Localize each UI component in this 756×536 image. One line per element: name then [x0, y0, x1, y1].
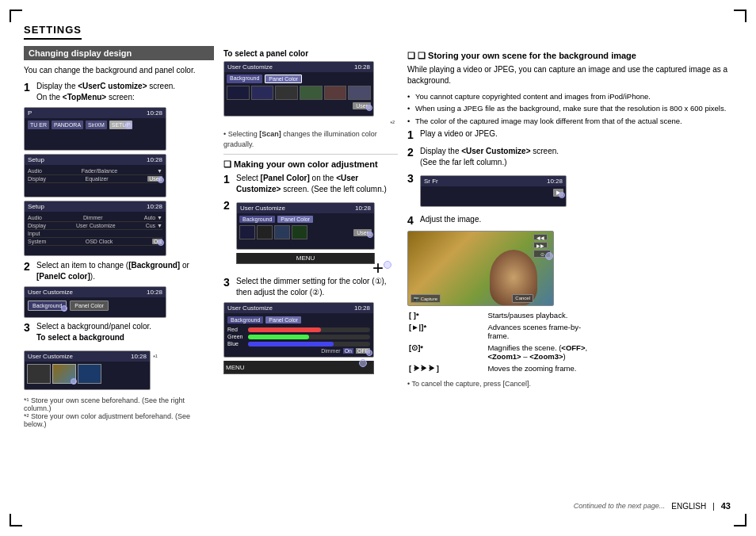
- touch-menu: [384, 261, 391, 269]
- corner-mark-tr: [734, 10, 746, 22]
- photo-btn-1: ◀◀: [533, 234, 548, 240]
- step-1-text: Display the <UserC ustomize> screen.On t…: [36, 81, 214, 103]
- red-slider-row: Red: [227, 327, 370, 332]
- right-step-4-num: 4: [407, 214, 420, 228]
- note-star1: *¹: [153, 354, 158, 361]
- screen-time-2: 10:28: [147, 156, 162, 163]
- cancel-note: • To cancel the capture, press [Cancel].: [407, 379, 732, 389]
- note-star2: *²: [223, 120, 395, 127]
- bullet-1: You cannot capture copyrighted content a…: [407, 91, 732, 101]
- bg-options: [25, 362, 150, 386]
- touch-sl-menu: [359, 359, 367, 367]
- screen-uc-label: User Customize: [28, 289, 73, 296]
- middle-column: To select a panel color User Customize 1…: [223, 46, 398, 374]
- icon-3-symbol: [⊙]*: [409, 343, 486, 362]
- screen-uc-label-2: User Customize: [28, 353, 73, 360]
- screen-header-uc: User Customize 10:28: [25, 287, 166, 297]
- touch-wrap-sl: [364, 362, 372, 372]
- photo-bottom-btns: 📷 Capture Cancel: [410, 294, 533, 303]
- bullet-2: When using a JPEG file as the background…: [407, 103, 732, 113]
- panel-color-heading: To select a panel color: [223, 49, 398, 58]
- screen-header-3: Setup 10:28: [25, 201, 166, 212]
- btn-capture-label: 📷 Capture: [410, 294, 441, 303]
- screen-uc-time-2: 10:28: [131, 353, 147, 360]
- photo-controls: ◀◀ ▶▶ ⊙: [533, 234, 551, 258]
- pc-tabs: Background Panel Color: [227, 75, 371, 83]
- page-number: 43: [721, 501, 731, 511]
- screen-time-3: 10:28: [147, 203, 162, 210]
- color-step-3: 3 Select the dimmer setting for the colo…: [223, 276, 398, 298]
- step3-screen-area: User Customize 10:28 *¹: [24, 347, 214, 393]
- columns: Changing display design You can change t…: [24, 46, 732, 428]
- step-2-num: 2: [24, 260, 36, 274]
- red-label: Red: [227, 327, 245, 332]
- screen-pc-body: Background Panel Color User: [224, 72, 373, 112]
- pc2-cell-3: [274, 225, 290, 239]
- green-slider-row: Green: [227, 334, 370, 339]
- color-step-1-text: Select [Panel Color] on the <User Custom…: [236, 173, 398, 195]
- touch-user2: [367, 232, 373, 238]
- screen-header-sl: User Customize 10:28: [224, 303, 373, 313]
- color-cell-2: [251, 86, 274, 100]
- pc2-color-row: User: [239, 225, 372, 239]
- blue-bar: [248, 342, 370, 346]
- cap-btn: ▶: [553, 189, 563, 197]
- corner-mark-bl: [10, 514, 22, 526]
- step-1-num: 1: [24, 81, 36, 94]
- icon-2-desc: Advances scenes frame-by-frame.: [487, 322, 731, 341]
- icon-2-symbol: [►|]*: [409, 322, 486, 341]
- icon-row-2: [►|]* Advances scenes frame-by-frame.: [409, 322, 731, 341]
- color-step-2-content: User Customize 10:28 Background Panel Co…: [236, 199, 398, 272]
- right-step-2-text: Display the <User Customize> screen.(See…: [420, 146, 732, 168]
- color-step-3-text: Select the dimmer setting for the color …: [236, 276, 398, 298]
- screen-capture-step: Sr Fr 10:28 ▶: [420, 175, 567, 207]
- right-intro: While playing a video or JPEG, you can c…: [407, 64, 732, 86]
- step-3: 3 Select a background/panel color. To se…: [24, 321, 214, 343]
- left-column: Changing display design You can change t…: [24, 46, 214, 428]
- screen-setup-label: Setup: [28, 156, 44, 163]
- screen-body-1: TU ER PANDORA SiriXM SETUP: [25, 118, 166, 132]
- color-step-2: 2 User Customize 10:28 Background Panel …: [223, 199, 398, 272]
- user-btn-row: User: [227, 102, 371, 109]
- menu-label-sl: MENU: [226, 364, 245, 371]
- color-adj-heading: ❑ Making your own color adjustment: [223, 159, 398, 170]
- screen-header-2: Setup 10:28: [25, 155, 166, 165]
- corner-mark-br: [734, 514, 746, 526]
- color-cell-5: [324, 86, 347, 100]
- dimmer-off: OFF: [356, 348, 370, 354]
- bg-option-3: [78, 364, 101, 384]
- step-2-text: Select an item to change ([Background] o…: [36, 260, 214, 282]
- screen-row-input: Input: [28, 230, 162, 238]
- section-box-left: Changing display design: [24, 46, 214, 60]
- screen-topmenu: P 10:28 TU ER PANDORA SiriXM SETUP: [24, 107, 166, 151]
- icon-table: [ ]* Starts/pauses playback. [►|]* Advan…: [407, 308, 732, 376]
- color-step-1-num: 1: [223, 173, 236, 186]
- btn-background: Background: [28, 301, 67, 311]
- screen-header-bg: User Customize 10:28: [25, 351, 150, 362]
- green-fill: [248, 335, 309, 339]
- touch-eq: [158, 177, 164, 183]
- touch-bg2: [71, 378, 77, 385]
- capture-btn-wrap: ⊙: [533, 250, 551, 258]
- right-step-3: 3 Sr Fr 10:28 ▶: [407, 172, 732, 210]
- right-step-2: 2 Display the <User Customize> screen.(S…: [407, 146, 732, 168]
- screen-sl-body: Background Panel Color Red Green Blue: [224, 313, 373, 351]
- dimmer-row: Dimmer On OFF: [321, 348, 370, 354]
- menu-icon-pandora: PANDORA: [52, 121, 83, 129]
- screen-body-3: AudioDimmerAuto ▼ DisplayUser CustomizeC…: [25, 212, 166, 248]
- screen-cap-label: Sr Fr: [424, 178, 438, 185]
- screen-pc2-body: Background Panel Color User: [237, 213, 374, 242]
- bg-option-2: [52, 364, 76, 384]
- icon-4-symbol: [ ᗙ ᗙ ᗙ ]: [409, 363, 486, 374]
- screen-sl-time: 10:28: [354, 304, 370, 312]
- step-3-text: Select a background/panel color. To sele…: [36, 321, 214, 343]
- screen-row-system: SystemOSD ClockOn: [28, 238, 162, 246]
- screen-pc-time: 10:28: [354, 63, 370, 71]
- pc2-tab-pc: Panel Color: [277, 216, 313, 223]
- menu-icon-srxm: SiriXM: [86, 121, 107, 129]
- screen-uc-buttons: Background Panel Color: [25, 297, 166, 314]
- sl-tabs: Background Panel Color: [227, 316, 370, 324]
- photo-btn-2: ▶▶: [533, 242, 548, 248]
- screen-cap-body: ▶: [421, 186, 566, 199]
- continued-text: Continued to the next page...: [574, 502, 666, 510]
